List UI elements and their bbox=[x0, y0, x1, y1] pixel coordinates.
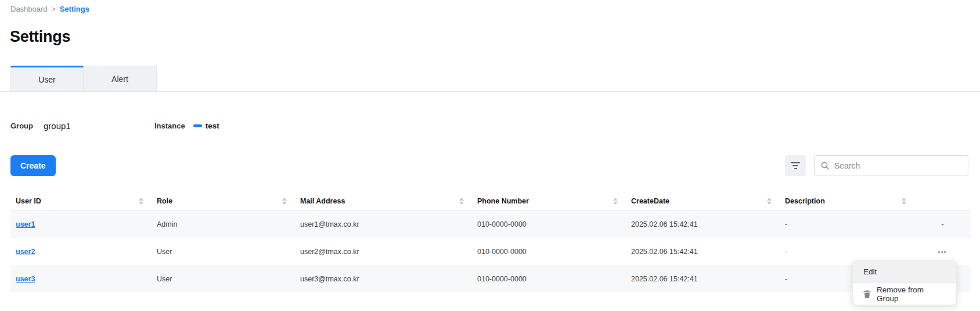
breadcrumb: Dashboard > Settings bbox=[10, 5, 89, 13]
search-input[interactable] bbox=[834, 161, 962, 170]
create-button[interactable]: Create bbox=[10, 155, 56, 176]
phone-cell: 010-0000-0000 bbox=[472, 248, 626, 256]
tab-strip: User Alert bbox=[0, 66, 980, 92]
instance-status-icon bbox=[193, 124, 202, 127]
createdate-cell: 2025.02.06 15:42:41 bbox=[626, 248, 780, 256]
instance-value: test bbox=[206, 121, 219, 130]
edit-label: Edit bbox=[863, 267, 877, 276]
mail-cell: user2@tmax.co.kr bbox=[295, 248, 472, 256]
filter-info-row: Group group1 Instance test bbox=[10, 119, 591, 133]
tab-alert[interactable]: Alert bbox=[84, 66, 157, 91]
mail-cell: user3@tmax.co.kr bbox=[295, 275, 472, 283]
table-header-row: User ID Role Mail Address Phone Number C… bbox=[10, 192, 971, 210]
table-body: user1 Admin user1@tmax.co.kr 010-0000-00… bbox=[10, 210, 971, 292]
sort-icon-user-id[interactable] bbox=[139, 198, 143, 205]
search-icon bbox=[820, 161, 830, 170]
column-header-actions bbox=[914, 192, 971, 210]
sort-icon-createdate[interactable] bbox=[767, 198, 772, 205]
column-header-mail: Mail Address bbox=[295, 192, 472, 210]
page-title: Settings bbox=[10, 28, 70, 46]
group-label: Group bbox=[10, 121, 33, 130]
filter-button[interactable] bbox=[785, 155, 806, 176]
row-actions-ellipsis-icon[interactable]: ••• bbox=[938, 249, 947, 255]
tab-user[interactable]: User bbox=[10, 66, 84, 91]
tab-user-label: User bbox=[38, 75, 56, 84]
group-value: group1 bbox=[44, 121, 71, 131]
createdate-cell: 2025.02.06 15:42:41 bbox=[626, 275, 780, 283]
role-cell: User bbox=[152, 248, 295, 256]
column-header-description: Description bbox=[780, 192, 914, 210]
row-context-menu: Edit Remove from Group bbox=[852, 260, 957, 305]
table-row-user3: user3 User user3@tmax.co.kr 010-0000-000… bbox=[10, 265, 971, 292]
remove-from-group-label: Remove from Group bbox=[877, 285, 946, 303]
phone-cell: 010-0000-0000 bbox=[472, 220, 626, 228]
phone-cell: 010-0000-0000 bbox=[472, 275, 626, 283]
sort-icon-phone[interactable] bbox=[613, 198, 618, 205]
user-table: User ID Role Mail Address Phone Number C… bbox=[10, 192, 971, 292]
sort-icon-description[interactable] bbox=[902, 198, 906, 205]
trash-icon bbox=[863, 290, 871, 298]
instance-label: Instance bbox=[154, 121, 185, 130]
table-row-user1: user1 Admin user1@tmax.co.kr 010-0000-00… bbox=[10, 210, 971, 238]
search-box[interactable] bbox=[814, 155, 968, 176]
table-row-user2: user2 User user2@tmax.co.kr 010-0000-000… bbox=[10, 238, 971, 265]
description-cell: - bbox=[780, 220, 914, 228]
breadcrumb-separator: > bbox=[52, 5, 56, 13]
actions-cell: - bbox=[914, 220, 971, 228]
sort-icon-mail[interactable] bbox=[459, 198, 464, 205]
mail-cell: user1@tmax.co.kr bbox=[295, 220, 472, 228]
column-header-phone: Phone Number bbox=[472, 192, 626, 210]
filter-lines-icon bbox=[791, 162, 800, 169]
sort-icon-role[interactable] bbox=[282, 198, 287, 205]
role-cell: User bbox=[152, 275, 295, 283]
user-id-link[interactable]: user2 bbox=[16, 248, 35, 256]
user-id-link[interactable]: user1 bbox=[16, 220, 35, 228]
column-header-createdate: CreateDate bbox=[626, 192, 780, 210]
breadcrumb-settings[interactable]: Settings bbox=[60, 5, 89, 13]
user-id-link[interactable]: user3 bbox=[16, 275, 35, 283]
column-header-user-id: User ID bbox=[10, 192, 152, 210]
menu-item-edit[interactable]: Edit bbox=[853, 261, 956, 283]
createdate-cell: 2025.02.06 15:42:41 bbox=[626, 220, 780, 228]
menu-item-remove-from-group[interactable]: Remove from Group bbox=[853, 283, 956, 305]
tab-alert-label: Alert bbox=[111, 74, 128, 84]
role-cell: Admin bbox=[152, 220, 295, 228]
breadcrumb-dashboard[interactable]: Dashboard bbox=[10, 5, 48, 13]
description-cell: - bbox=[780, 248, 914, 256]
column-header-role: Role bbox=[152, 192, 295, 210]
